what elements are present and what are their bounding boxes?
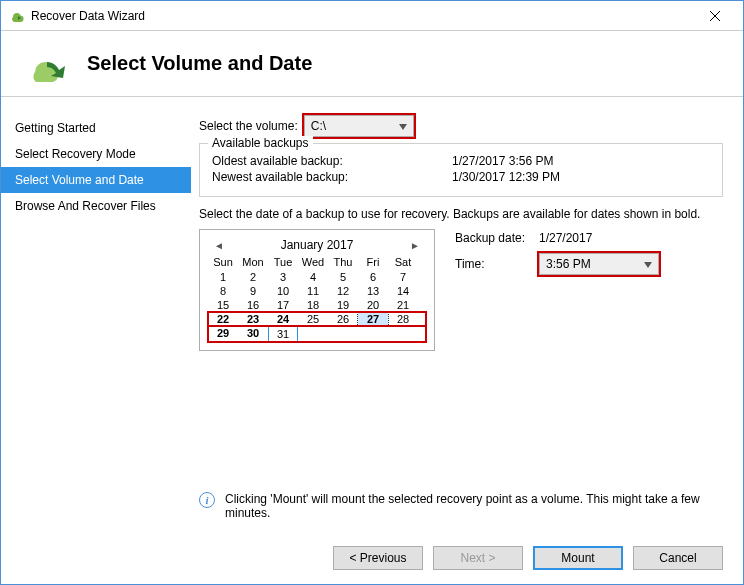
instruction-text: Select the date of a backup to use for r… — [199, 207, 723, 221]
calendar-day[interactable]: 11 — [298, 284, 328, 298]
calendar-dow: Fri — [358, 256, 388, 270]
sidebar-item-volume-date[interactable]: Select Volume and Date — [1, 167, 191, 193]
newest-backup-label: Newest available backup: — [212, 170, 452, 184]
calendar-month: January 2017 — [281, 238, 354, 252]
calendar-day[interactable]: 26 — [328, 312, 358, 326]
calendar-day — [298, 326, 328, 342]
calendar-week: 1234567 — [208, 270, 426, 284]
calendar-day[interactable]: 22 — [208, 312, 238, 326]
calendar-day — [358, 326, 388, 342]
calendar-day[interactable]: 5 — [328, 270, 358, 284]
available-backups-group: Available backups Oldest available backu… — [199, 143, 723, 197]
sidebar-item-recovery-mode[interactable]: Select Recovery Mode — [1, 141, 191, 167]
calendar-day[interactable]: 2 — [238, 270, 268, 284]
volume-value: C:\ — [311, 119, 326, 133]
calendar-dow: Mon — [238, 256, 268, 270]
wizard-window: Recover Data Wizard Select Volume and Da… — [0, 0, 744, 585]
close-icon — [710, 11, 720, 21]
oldest-backup-value: 1/27/2017 3:56 PM — [452, 154, 553, 168]
calendar-day[interactable]: 29 — [208, 326, 238, 342]
footer-buttons: < Previous Next > Mount Cancel — [333, 546, 723, 570]
calendar-day[interactable]: 30 — [238, 326, 268, 342]
info-text: Clicking 'Mount' will mount the selected… — [225, 492, 723, 520]
calendar-day[interactable]: 15 — [208, 298, 238, 312]
date-time-panel: Backup date: 1/27/2017 Time: 3:56 PM — [455, 229, 723, 351]
volume-label: Select the volume: — [199, 119, 298, 133]
calendar-day[interactable]: 4 — [298, 270, 328, 284]
volume-select[interactable]: C:\ — [304, 115, 414, 137]
calendar-day[interactable]: 1 — [208, 270, 238, 284]
sidebar: Getting Started Select Recovery Mode Sel… — [1, 97, 191, 584]
calendar-body: 1234567891011121314151617181920212223242… — [208, 270, 426, 342]
window-title: Recover Data Wizard — [31, 9, 695, 23]
calendar-day[interactable]: 31 — [268, 326, 298, 342]
previous-button[interactable]: < Previous — [333, 546, 423, 570]
calendar-day[interactable]: 20 — [358, 298, 388, 312]
main-panel: Select the volume: C:\ Available backups… — [191, 97, 743, 584]
backups-legend: Available backups — [208, 136, 313, 150]
calendar-day[interactable]: 13 — [358, 284, 388, 298]
wizard-body: Getting Started Select Recovery Mode Sel… — [1, 97, 743, 584]
calendar-day[interactable]: 14 — [388, 284, 418, 298]
time-label: Time: — [455, 257, 539, 271]
time-select[interactable]: 3:56 PM — [539, 253, 659, 275]
chevron-down-icon — [644, 257, 652, 271]
calendar-next[interactable]: ► — [410, 240, 420, 251]
calendar-week: 22232425262728 — [208, 312, 426, 326]
calendar-day[interactable]: 17 — [268, 298, 298, 312]
chevron-down-icon — [399, 119, 407, 133]
info-row: i Clicking 'Mount' will mount the select… — [199, 492, 723, 520]
calendar-day[interactable]: 21 — [388, 298, 418, 312]
oldest-backup-label: Oldest available backup: — [212, 154, 452, 168]
close-button[interactable] — [695, 2, 735, 30]
calendar-day[interactable]: 10 — [268, 284, 298, 298]
calendar-day[interactable]: 28 — [388, 312, 418, 326]
calendar-day[interactable]: 24 — [268, 312, 298, 326]
calendar-week: 293031 — [208, 326, 426, 342]
calendar-day[interactable]: 19 — [328, 298, 358, 312]
calendar-dow: Sat — [388, 256, 418, 270]
calendar-day[interactable]: 7 — [388, 270, 418, 284]
cloud-icon — [21, 40, 69, 88]
backup-date-value: 1/27/2017 — [539, 231, 592, 245]
calendar-day[interactable]: 12 — [328, 284, 358, 298]
calendar-day[interactable]: 6 — [358, 270, 388, 284]
calendar-dow: Sun — [208, 256, 238, 270]
calendar-day[interactable]: 27 — [358, 312, 388, 326]
calendar-dow: Thu — [328, 256, 358, 270]
calendar-day[interactable]: 8 — [208, 284, 238, 298]
calendar-dow: Wed — [298, 256, 328, 270]
calendar-day[interactable]: 25 — [298, 312, 328, 326]
app-icon — [9, 8, 25, 24]
calendar-day[interactable]: 23 — [238, 312, 268, 326]
mount-button[interactable]: Mount — [533, 546, 623, 570]
calendar-day[interactable]: 9 — [238, 284, 268, 298]
page-title: Select Volume and Date — [87, 52, 312, 75]
wizard-header: Select Volume and Date — [1, 31, 743, 97]
info-icon: i — [199, 492, 215, 508]
calendar-day[interactable]: 18 — [298, 298, 328, 312]
time-value: 3:56 PM — [546, 257, 591, 271]
calendar-week: 891011121314 — [208, 284, 426, 298]
calendar-prev[interactable]: ◄ — [214, 240, 224, 251]
backup-date-label: Backup date: — [455, 231, 539, 245]
calendar-day[interactable]: 16 — [238, 298, 268, 312]
cancel-button[interactable]: Cancel — [633, 546, 723, 570]
next-button[interactable]: Next > — [433, 546, 523, 570]
calendar-day — [328, 326, 358, 342]
titlebar: Recover Data Wizard — [1, 1, 743, 31]
newest-backup-value: 1/30/2017 12:39 PM — [452, 170, 560, 184]
calendar-dow-row: SunMonTueWedThuFriSat — [208, 256, 426, 270]
sidebar-item-browse-recover[interactable]: Browse And Recover Files — [1, 193, 191, 219]
calendar-week: 15161718192021 — [208, 298, 426, 312]
calendar-day — [388, 326, 418, 342]
calendar: ◄ January 2017 ► SunMonTueWedThuFriSat 1… — [199, 229, 435, 351]
calendar-day[interactable]: 3 — [268, 270, 298, 284]
calendar-dow: Tue — [268, 256, 298, 270]
sidebar-item-getting-started[interactable]: Getting Started — [1, 115, 191, 141]
